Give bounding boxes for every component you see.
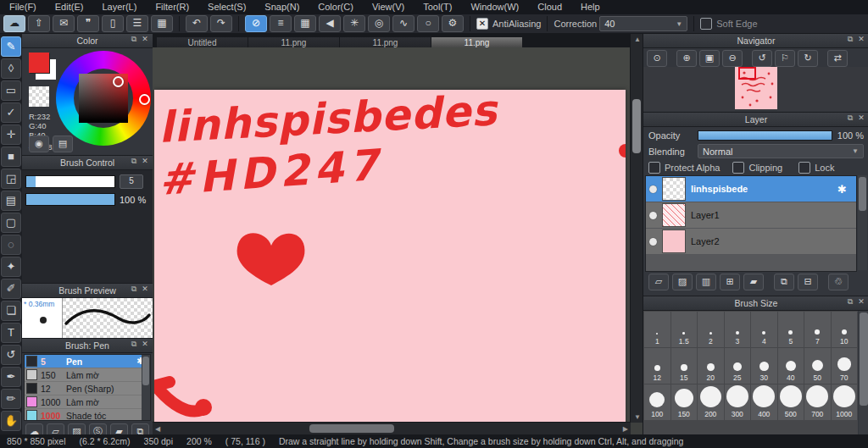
cloud-button[interactable]: ☁	[3, 15, 25, 32]
comment-button[interactable]: ✉	[53, 15, 75, 32]
close-panel-icon[interactable]: ✕	[140, 285, 150, 293]
detach-panel-icon[interactable]: ⧉	[129, 285, 139, 294]
menu-item[interactable]: Layer(L)	[92, 0, 146, 14]
layer-list-item[interactable]: Layer2	[646, 229, 856, 255]
menu-item[interactable]: Edit(E)	[46, 0, 93, 14]
brush-size-cell[interactable]: 3	[725, 312, 751, 347]
brush-size-cell[interactable]: 5	[778, 312, 804, 347]
brush-size-cell[interactable]: 400	[751, 384, 777, 420]
clipping-checkbox[interactable]: Clipping	[732, 162, 782, 174]
redo-button[interactable]: ↷	[210, 15, 232, 32]
palette-button[interactable]: ◉	[29, 136, 49, 152]
scroll-right-icon[interactable]: ▶	[623, 425, 628, 433]
zoom-in-button[interactable]: ⊕	[676, 50, 697, 67]
soft-edge-checkbox[interactable]: Soft Edge	[700, 18, 757, 30]
brush-size-cell[interactable]: 15	[671, 348, 698, 384]
menu-item[interactable]: Filter(R)	[146, 0, 198, 14]
menu-item[interactable]: Select(S)	[198, 0, 255, 14]
brush-size-cell[interactable]: 20	[698, 348, 724, 384]
brush-list-scrollbar[interactable]	[142, 355, 150, 420]
lock-checkbox[interactable]: Lock	[798, 162, 834, 174]
close-panel-icon[interactable]: ✕	[856, 297, 866, 306]
snap-radial-button[interactable]: ✳	[343, 15, 365, 32]
brush-size-cell[interactable]: 300	[725, 384, 751, 420]
brush-list-item[interactable]: 5 Pen ✱	[25, 355, 150, 368]
snap-cross-button[interactable]: ▦	[294, 15, 316, 32]
tool-text-button[interactable]: T	[1, 323, 21, 343]
tool-select-button[interactable]: ▢	[1, 213, 21, 233]
layer-opacity-slider[interactable]	[698, 130, 832, 141]
scroll-down-icon[interactable]: ▼	[634, 413, 641, 421]
publish-button[interactable]: ⇧	[28, 15, 50, 32]
add-layer-button[interactable]: ▱	[648, 274, 669, 290]
zoom-reset-button[interactable]: ⊙	[647, 50, 667, 67]
annotation-button[interactable]: ❞	[77, 15, 99, 32]
brush-size-cell[interactable]: 200	[698, 384, 724, 420]
scroll-up-icon[interactable]: ▲	[634, 36, 641, 43]
hue-marker[interactable]	[139, 94, 150, 105]
document-button[interactable]: ▯	[102, 15, 124, 32]
material-list-button[interactable]: ☰	[126, 15, 148, 32]
brush-size-cell[interactable]: 1	[644, 312, 670, 347]
scrollbar-thumb[interactable]	[860, 312, 868, 406]
scroll-left-icon[interactable]: ◀	[155, 425, 160, 433]
tool-rectangle-button[interactable]: ▭	[1, 80, 21, 101]
menu-item[interactable]: Window(W)	[461, 0, 528, 14]
flip-view-button[interactable]: ⇄	[827, 50, 848, 67]
tool-select-eraser-button[interactable]: ❏	[1, 301, 21, 321]
color-wheel[interactable]	[56, 51, 151, 146]
layer-visibility-icon[interactable]	[649, 185, 657, 193]
detach-panel-icon[interactable]: ⧉	[845, 297, 855, 307]
close-panel-icon[interactable]: ✕	[856, 35, 866, 43]
brush-size-cell[interactable]: 150	[671, 384, 698, 420]
layer-visibility-icon[interactable]	[649, 238, 657, 246]
brush-size-cell[interactable]: 10	[832, 312, 858, 347]
brush-size-cell[interactable]: 2	[698, 312, 724, 347]
brush-size-cell[interactable]: 4	[751, 312, 777, 347]
tool-move-button[interactable]: ✛	[1, 124, 21, 145]
tool-hand-button[interactable]: ✋	[1, 411, 21, 431]
tool-eyedropper-button[interactable]: ✒	[1, 367, 21, 387]
reset-rotation-button[interactable]: ⚐	[775, 50, 795, 67]
detach-panel-icon[interactable]: ⧉	[129, 340, 139, 349]
detach-panel-icon[interactable]: ⧉	[129, 35, 139, 44]
duplicate-layer-button[interactable]: ⧉	[774, 274, 794, 290]
brush-size-slider[interactable]	[25, 175, 115, 188]
tool-magic-wand-button[interactable]: ✦	[1, 257, 21, 277]
color-set-button[interactable]: ▤	[53, 136, 73, 152]
snap-curve-button[interactable]: ∿	[392, 15, 415, 32]
menu-item[interactable]: Tool(T)	[414, 0, 461, 14]
tool-eraser-button[interactable]: ◊	[1, 58, 21, 79]
layer-folder-button[interactable]: ▰	[743, 274, 764, 290]
material-grid-button[interactable]: ▦	[151, 15, 173, 32]
brush-size-scrollbar[interactable]	[859, 311, 868, 436]
horizontal-scrollbar[interactable]: ◀ ▶	[153, 422, 631, 434]
scrollbar-thumb[interactable]	[632, 99, 641, 153]
scrollbar-thumb[interactable]	[142, 357, 149, 385]
brush-opacity-slider[interactable]	[25, 193, 115, 206]
brush-size-cell[interactable]: 50	[804, 348, 831, 384]
zoom-out-button[interactable]: ⊖	[722, 50, 743, 67]
layer-settings-gear-icon[interactable]: ✱	[837, 183, 856, 196]
snap-ellipse-button[interactable]: ○	[417, 15, 439, 32]
close-panel-icon[interactable]: ✕	[856, 113, 866, 122]
tool-select-pen-button[interactable]: ✐	[1, 279, 21, 299]
tool-lasso-button[interactable]: ◌	[1, 235, 21, 255]
snap-settings-button[interactable]: ⚙	[442, 15, 464, 32]
brush-size-cell[interactable]: 100	[644, 384, 670, 420]
menu-item[interactable]: Cloud	[528, 0, 571, 14]
delete-layer-button[interactable]: ♲	[828, 274, 849, 290]
brush-list-item[interactable]: 12 Pen (Sharp)	[25, 382, 150, 395]
tool-brush-button[interactable]: ✎	[1, 36, 21, 57]
menu-item[interactable]: View(V)	[363, 0, 414, 14]
navigator-preview-area[interactable]	[643, 67, 868, 111]
detach-panel-icon[interactable]: ⧉	[845, 113, 855, 123]
merge-layer-button[interactable]: ⊟	[798, 274, 818, 290]
brush-list-item[interactable]: 1000 Shade tóc	[25, 409, 150, 421]
close-panel-icon[interactable]: ✕	[140, 157, 150, 165]
brush-size-cell[interactable]: 1.5	[671, 312, 698, 347]
tool-bucket-button[interactable]: ◲	[1, 169, 21, 189]
brush-size-cell[interactable]: 1000	[832, 384, 858, 420]
rotate-right-button[interactable]: ↻	[798, 50, 818, 67]
layer-list-item[interactable]: linhspisbede ✱	[646, 176, 856, 202]
